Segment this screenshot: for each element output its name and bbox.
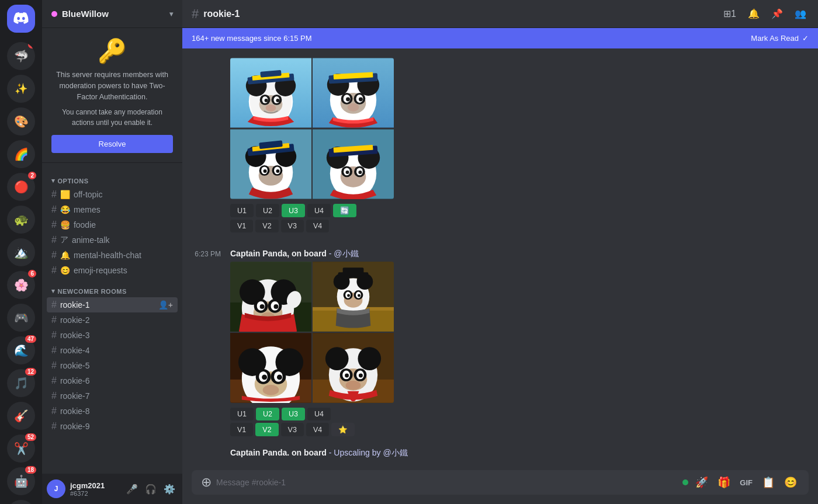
channel-item-mental-health[interactable]: # 🔔 mental-health-chat <box>47 248 178 263</box>
sticker-button[interactable]: 📋 <box>760 474 777 491</box>
server-icon-bluewillow[interactable]: 🤖18 <box>7 467 35 495</box>
channel-item-rookie-7[interactable]: # rookie-7 <box>47 388 178 404</box>
server-icon-5[interactable]: 🔴2 <box>7 173 35 201</box>
refresh-button[interactable]: 🔄 <box>333 204 356 217</box>
channel-item-memes[interactable]: # 😂 memes <box>47 202 178 217</box>
hash-icon: # <box>51 300 57 310</box>
hash-icon: # <box>51 376 57 386</box>
v3-button[interactable]: V3 <box>281 220 304 232</box>
server-icon-11[interactable]: 🎵12 <box>7 369 35 397</box>
channel-item-rookie-8[interactable]: # rookie-8 <box>47 404 178 419</box>
server-icon-13[interactable]: ✂️52 <box>7 435 35 463</box>
message-author-3: Captain Panda. on board <box>230 448 327 457</box>
user-info: jcgm2021 #6372 <box>70 481 119 497</box>
channel-item-anime-talk[interactable]: # ア anime-talk <box>47 232 178 248</box>
server-name-header[interactable]: BlueWillow ▾ <box>42 0 182 28</box>
v4-button[interactable]: V4 <box>306 220 329 232</box>
gif-button[interactable]: GIF <box>737 476 755 489</box>
add-server-button[interactable]: + <box>7 500 35 504</box>
resolve-button[interactable]: Resolve <box>51 135 173 153</box>
mic-button[interactable]: 🎤 <box>124 481 140 497</box>
mark-as-read-button[interactable]: Mark As Read ✓ <box>751 34 809 43</box>
channel-emoji-mental: 🔔 <box>60 251 70 260</box>
image-cell-1-1[interactable] <box>230 58 311 128</box>
settings-button[interactable]: ⚙️ <box>161 481 178 497</box>
channel-item-emoji-requests[interactable]: # 😊 emoji-requests <box>47 263 178 278</box>
svg-point-25 <box>346 97 350 101</box>
channel-label-rookie-9: rookie-9 <box>60 422 90 431</box>
channel-item-rookie-1[interactable]: # rookie-1 👤+ <box>47 297 178 312</box>
u2-button-2[interactable]: U2 <box>256 408 279 420</box>
user-tag: #6372 <box>70 490 119 497</box>
v2-button-2[interactable]: V2 <box>255 423 278 436</box>
channel-item-off-topic[interactable]: # 🟨 off-topic <box>47 187 178 202</box>
add-attachment-button[interactable]: ⊕ <box>201 470 212 495</box>
channel-item-rookie-4[interactable]: # rookie-4 <box>47 343 178 358</box>
category-newcomer[interactable]: ▾ NEWCOMER ROOMS <box>42 278 182 297</box>
new-messages-banner[interactable]: 164+ new messages since 6:15 PM Mark As … <box>182 28 818 48</box>
channel-item-rookie-9[interactable]: # rookie-9 <box>47 419 178 434</box>
server-icon-8[interactable]: 🌸6 <box>7 271 35 299</box>
pin-button[interactable]: 📌 <box>769 6 785 22</box>
channel-item-rookie-5[interactable]: # rookie-5 <box>47 358 178 373</box>
channel-item-foodie[interactable]: # 🍔 foodie <box>47 217 178 232</box>
v3-button-2[interactable]: V3 <box>281 423 304 436</box>
server-icon-1[interactable]: 🦈 5 <box>7 42 35 70</box>
mute-button[interactable]: 🔔 <box>746 6 762 22</box>
u4-button[interactable]: U4 <box>307 204 331 217</box>
mark-as-read-label: Mark As Read <box>751 34 799 43</box>
server-icon-9[interactable]: 🎮 <box>7 304 35 332</box>
image-cell-2-1[interactable] <box>230 262 311 332</box>
member-list-button[interactable]: 👥 <box>792 6 809 22</box>
image-cell-1-3[interactable] <box>230 129 311 199</box>
category-options-label: OPTIONS <box>58 178 89 185</box>
server-icon-2[interactable]: ✨ <box>7 75 35 103</box>
server-icon-7[interactable]: 🏔️ <box>7 238 35 266</box>
svg-point-53 <box>346 171 349 174</box>
channel-label-off-topic: off-topic <box>74 190 103 199</box>
image-cell-2-3[interactable] <box>230 333 311 403</box>
hash-pinned-button[interactable]: ⊞1 <box>721 6 739 22</box>
server-icon-12[interactable]: 🎸 <box>7 402 35 430</box>
image-cell-2-4[interactable] <box>313 333 394 403</box>
channel-label-rookie-7: rookie-7 <box>60 391 90 401</box>
category-options[interactable]: ▾ OPTIONS <box>42 168 182 187</box>
svg-point-12 <box>266 105 276 112</box>
v1-button[interactable]: V1 <box>230 220 253 232</box>
image-cell-1-4[interactable] <box>313 129 394 199</box>
channel-item-rookie-6[interactable]: # rookie-6 <box>47 373 178 388</box>
u2-button[interactable]: U2 <box>256 204 279 217</box>
channel-item-rookie-2[interactable]: # rookie-2 <box>47 312 178 328</box>
u1-button-2[interactable]: U1 <box>230 408 254 420</box>
image-grid-2 <box>230 262 394 403</box>
action-buttons-row2-msg1: V1 V2 V3 V4 <box>230 220 809 232</box>
message-input[interactable] <box>216 471 678 494</box>
server-icon-10[interactable]: 🌊47 <box>7 336 35 364</box>
boost-button[interactable]: 🚀 <box>693 474 710 491</box>
headphone-button[interactable]: 🎧 <box>143 481 159 497</box>
author-line-2: Captain Panda, on board - @小鐵 <box>230 249 809 259</box>
star-button-2[interactable]: ⭐ <box>331 423 355 436</box>
server-name-label: BlueWillow <box>62 9 109 19</box>
server-icon-6[interactable]: 🐢 <box>7 206 35 234</box>
image-cell-2-2[interactable] <box>313 262 394 332</box>
v4-button-2[interactable]: V4 <box>306 423 329 436</box>
category-collapse-icon: ▾ <box>51 177 56 185</box>
message-group-1: U1 U2 U3 U4 🔄 V1 V2 V3 V4 <box>182 48 818 239</box>
hash-icon: # <box>51 204 57 215</box>
v1-button-2[interactable]: V1 <box>230 423 253 436</box>
server-icon-4[interactable]: 🌈 <box>7 140 35 168</box>
server-icon-discord[interactable] <box>7 5 35 33</box>
emoji-button[interactable]: 😊 <box>782 474 799 491</box>
image-cell-1-2[interactable] <box>313 58 394 128</box>
u3-button[interactable]: U3 <box>282 204 305 217</box>
v2-button[interactable]: V2 <box>255 220 278 232</box>
gift-button[interactable]: 🎁 <box>715 474 733 491</box>
u4-button-2[interactable]: U4 <box>307 408 331 420</box>
server-icon-3[interactable]: 🎨 <box>7 107 35 135</box>
user-area: J jcgm2021 #6372 🎤 🎧 ⚙️ <box>42 474 182 504</box>
u3-button-2[interactable]: U3 <box>282 408 305 420</box>
channel-item-rookie-3[interactable]: # rookie-3 <box>47 328 178 343</box>
online-status-dot <box>682 479 688 485</box>
u1-button[interactable]: U1 <box>230 204 254 217</box>
